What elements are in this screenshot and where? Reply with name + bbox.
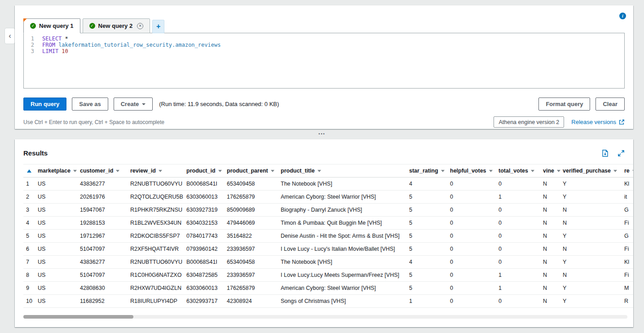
sql-code-editor[interactable]: 123 SELECT *FROM lakeformation_tutorial_… — [23, 33, 625, 89]
close-tab-icon[interactable]: ✕ — [137, 23, 143, 29]
table-cell: R2QTOLZUQERU5B — [130, 191, 186, 204]
table-cell: it — [624, 191, 633, 204]
create-button[interactable]: Create — [114, 98, 153, 111]
table-cell: 0 — [450, 282, 498, 295]
engine-version-badge[interactable]: Athena engine version 2 — [494, 116, 564, 128]
code-token: LIMIT — [42, 48, 58, 54]
run-statistics: (Run time: 11.9 seconds, Data scanned: 0… — [159, 101, 279, 107]
table-cell: N — [543, 230, 563, 243]
column-header-product_id[interactable]: product_id — [186, 164, 227, 178]
column-label: product_id — [186, 168, 216, 174]
table-cell: 479446069 — [227, 217, 281, 230]
tab-new-query-2[interactable]: ✓ New query 2 ✕ — [83, 18, 150, 33]
keyboard-hint: Use Ctrl + Enter to run query, Ctrl + Sp… — [23, 119, 164, 125]
table-cell: 11682952 — [80, 295, 130, 308]
horizontal-scrollbar[interactable] — [23, 315, 627, 319]
column-menu-icon[interactable] — [613, 170, 617, 172]
query-tabs: ✓ New query 1 ✓ New query 2 ✕ + — [23, 18, 625, 33]
table-cell: 0 — [498, 204, 543, 217]
column-header-review_id[interactable]: review_id — [130, 164, 186, 178]
column-header-star_rating[interactable]: star_rating — [409, 164, 450, 178]
check-circle-icon: ✓ — [30, 23, 36, 29]
column-menu-icon[interactable] — [557, 170, 560, 172]
column-menu-icon[interactable] — [159, 170, 162, 172]
column-header-total_votes[interactable]: total_votes — [498, 164, 543, 178]
new-tab-button[interactable]: + — [152, 20, 164, 33]
table-cell: G — [624, 204, 633, 217]
tab-label: New query 1 — [39, 22, 74, 29]
column-header-helpful_votes[interactable]: helpful_votes — [450, 164, 498, 178]
scrollbar-thumb[interactable] — [23, 315, 133, 319]
column-header-vine[interactable]: vine — [543, 164, 563, 178]
save-as-button[interactable]: Save as — [72, 98, 108, 111]
code-line: LIMIT 10 — [42, 48, 221, 54]
table-cell: 6302993717 — [186, 295, 227, 308]
code-token: SELECT — [42, 36, 62, 42]
table-header-row: marketplacecustomer_idreview_idproduct_i… — [23, 164, 633, 178]
column-menu-icon[interactable] — [531, 170, 534, 172]
column-header-product_parent[interactable]: product_parent — [227, 164, 281, 178]
table-cell: US — [38, 295, 80, 308]
expand-fullscreen-icon[interactable] — [618, 150, 625, 157]
editor-gutter: 123 — [24, 36, 38, 88]
tab-new-query-1[interactable]: ✓ New query 1 — [23, 18, 80, 33]
run-query-button[interactable]: Run query — [23, 98, 66, 111]
table-cell: 43836277 — [80, 256, 130, 269]
row-number: 3 — [23, 204, 38, 217]
code-token: * — [62, 36, 68, 42]
table-cell: Biography - Darryl Zanuck [VHS] — [281, 204, 409, 217]
clear-button[interactable]: Clear — [595, 98, 625, 111]
table-cell: N — [543, 295, 563, 308]
column-label: product_parent — [227, 168, 268, 174]
table-cell: American Cyborg: Steel Warrior [VHS] — [281, 191, 409, 204]
table-cell: US — [38, 217, 80, 230]
column-header-verified_purchase[interactable]: verified_purchase — [563, 164, 624, 178]
table-cell: Fi — [624, 269, 633, 282]
format-query-button[interactable]: Format query — [538, 98, 590, 111]
column-label: star_rating — [409, 168, 438, 174]
column-menu-icon[interactable] — [441, 170, 445, 172]
column-menu-icon[interactable] — [318, 170, 321, 172]
table-cell: 233936597 — [227, 269, 281, 282]
column-label: review_id — [130, 168, 156, 174]
table-cell: 6304872585 — [186, 269, 227, 282]
chevron-left-icon: ‹ — [9, 31, 11, 40]
column-header-marketplace[interactable]: marketplace — [38, 164, 80, 178]
table-cell: N — [543, 243, 563, 256]
line-number: 3 — [24, 48, 34, 54]
table-cell: Timon & Pumbaa: Quit Buggin Me [VHS] — [281, 217, 409, 230]
table-cell: Y — [563, 295, 624, 308]
column-menu-icon[interactable] — [218, 170, 222, 172]
table-cell: R1PHKR75RKZNSU — [130, 204, 186, 217]
table-cell: Y — [563, 282, 624, 295]
column-menu-icon[interactable] — [489, 170, 493, 172]
column-menu-icon[interactable] — [73, 170, 77, 172]
table-cell: 6303060013 — [186, 282, 227, 295]
table-cell: 5 — [409, 230, 450, 243]
release-versions-link[interactable]: Release versions — [571, 119, 625, 125]
panel-resize-handle[interactable]: ••• — [0, 129, 644, 139]
column-menu-icon[interactable] — [116, 170, 119, 172]
table-cell: 35164822 — [227, 230, 281, 243]
sort-column-header[interactable] — [23, 164, 38, 178]
table-row: 7US43836277R2NUBTTUO60VYUB00068S41I65340… — [23, 256, 633, 269]
results-panel: Results marketplacecustomer_idreview_idp… — [15, 139, 633, 327]
table-cell: G — [624, 230, 633, 243]
table-cell: 0793960142 — [186, 243, 227, 256]
column-menu-icon[interactable] — [632, 170, 633, 172]
line-number: 1 — [24, 36, 34, 42]
column-label: total_votes — [498, 168, 528, 174]
collapse-sidebar-button[interactable]: ‹ — [4, 28, 15, 44]
table-cell: 5 — [409, 269, 450, 282]
table-row: 5US19712967R2DKOCIBS5FSP7078401774335164… — [23, 230, 633, 243]
column-header-product_title[interactable]: product_title — [281, 164, 409, 178]
column-header-customer_id[interactable]: customer_id — [80, 164, 130, 178]
editor-footer: Use Ctrl + Enter to run query, Ctrl + Sp… — [23, 116, 625, 128]
download-results-icon[interactable] — [602, 150, 609, 157]
table-cell: 51047097 — [80, 269, 130, 282]
column-header-re[interactable]: re — [624, 164, 633, 178]
table-cell: N — [543, 282, 563, 295]
column-menu-icon[interactable] — [271, 170, 274, 172]
table-cell: 0 — [498, 295, 543, 308]
table-cell: 43836277 — [80, 178, 130, 191]
